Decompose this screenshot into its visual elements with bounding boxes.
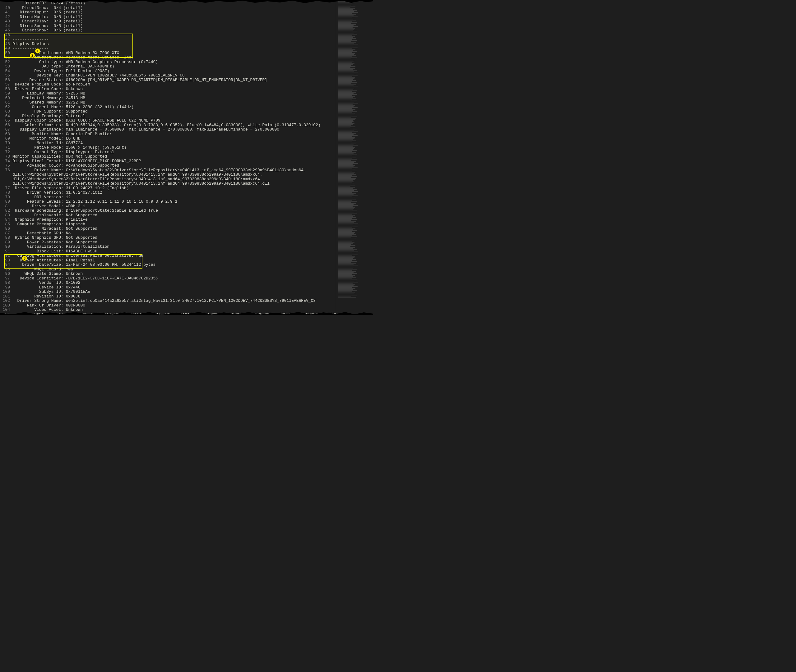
- minimap[interactable]: [336, 0, 373, 315]
- minimap-line: [338, 95, 352, 96]
- line-number: 47: [0, 37, 10, 42]
- minimap-line: [338, 158, 352, 159]
- minimap-line: [338, 127, 351, 128]
- line-number: 54: [0, 69, 10, 74]
- minimap-line: [338, 144, 356, 144]
- minimap-line: [338, 15, 354, 16]
- minimap-line: [338, 175, 352, 176]
- minimap-line: [338, 19, 354, 19]
- code-line: Manufacturer: Advanced Micro Devices, In…: [13, 55, 373, 60]
- minimap-line: [338, 38, 356, 39]
- minimap-line: [338, 152, 356, 153]
- code-line: Output Type: Displayport External: [13, 150, 373, 155]
- minimap-line: [338, 122, 352, 123]
- minimap-line: [338, 13, 352, 14]
- minimap-line: [338, 79, 353, 80]
- code-line: Block List: DISABLE_HWSCH: [13, 249, 373, 254]
- minimap-line: [338, 116, 352, 116]
- minimap-line: [338, 215, 355, 216]
- minimap-line: [338, 155, 352, 155]
- minimap-line: [338, 50, 353, 51]
- minimap-line: [338, 156, 355, 156]
- code-line: Display Devices: [13, 42, 373, 46]
- minimap-line: [338, 22, 357, 23]
- minimap-line: [338, 72, 358, 72]
- minimap-line: [338, 136, 352, 137]
- minimap-line: [338, 218, 352, 219]
- minimap-line: [338, 158, 356, 158]
- code-line: Driver Strong Name: oem25.inf:cb0ae414a2…: [13, 299, 373, 303]
- minimap-line: [338, 293, 354, 293]
- code-content[interactable]: Direct3D: 0/5/4 (retail) DirectDraw: 0/4…: [13, 1, 373, 315]
- minimap-line: [338, 102, 356, 102]
- minimap-line: [338, 274, 352, 275]
- code-line: Monitor Model: LG QHD: [13, 136, 373, 141]
- minimap-line: [338, 21, 356, 21]
- minimap-line: [338, 68, 355, 69]
- minimap-line: [338, 188, 353, 189]
- minimap-line: [338, 169, 356, 170]
- code-line: DirectDraw: 0/4 (retail): [13, 6, 373, 11]
- minimap-line: [338, 167, 357, 168]
- minimap-line: [338, 219, 357, 220]
- minimap-line: [338, 135, 357, 136]
- minimap-line: [338, 61, 353, 61]
- line-number: 68: [0, 132, 10, 137]
- minimap-line: [338, 227, 357, 227]
- code-line: Driver Model: WDDM 3.1: [13, 204, 373, 209]
- minimap-line: [338, 197, 355, 197]
- minimap-line: [338, 187, 355, 188]
- minimap-line: [338, 110, 353, 110]
- minimap-line: [338, 53, 355, 54]
- line-number: 89: [0, 240, 10, 245]
- minimap-line: [338, 67, 351, 68]
- code-line: Driver Attributes: Final Retail: [13, 258, 373, 263]
- line-number: 102: [0, 299, 10, 303]
- code-line: Display Pixel Format: DISPLAYCONFIG_PIXE…: [13, 159, 373, 164]
- minimap-line: [338, 294, 352, 295]
- minimap-line: [338, 131, 354, 131]
- minimap-line: [338, 54, 354, 55]
- minimap-line: [338, 121, 354, 122]
- minimap-line: [338, 84, 356, 85]
- minimap-line: [338, 242, 352, 242]
- minimap-line: [338, 291, 352, 291]
- minimap-line: [338, 227, 352, 228]
- minimap-line: [338, 258, 354, 258]
- minimap-line: [338, 133, 356, 134]
- code-line: Color Primaries: Red(0.652344,0.335938),…: [13, 123, 373, 128]
- minimap-line: [338, 270, 352, 271]
- minimap-line: [338, 176, 357, 177]
- minimap-line: [338, 43, 354, 43]
- line-number: 85: [0, 222, 10, 227]
- minimap-line: [338, 285, 355, 285]
- minimap-line: [338, 99, 352, 99]
- minimap-line: [338, 82, 357, 83]
- line-number: 84: [0, 218, 10, 222]
- minimap-line: [338, 106, 355, 106]
- minimap-line: [338, 250, 354, 251]
- minimap-line: [338, 179, 355, 180]
- minimap-line: [338, 154, 357, 155]
- line-number: 88: [0, 235, 10, 240]
- minimap-line: [338, 6, 356, 7]
- minimap-line: [338, 59, 356, 59]
- minimap-line: [338, 269, 357, 270]
- line-number: 73: [0, 155, 10, 159]
- minimap-line: [338, 204, 354, 205]
- code-line: Display Topology: Internal: [13, 114, 373, 119]
- minimap-line: [338, 254, 357, 255]
- line-number: 60: [0, 96, 10, 101]
- minimap-line: [338, 58, 351, 58]
- line-number: 98: [0, 281, 10, 285]
- minimap-line: [338, 267, 354, 268]
- minimap-line: [338, 163, 358, 164]
- minimap-line: [338, 30, 353, 30]
- minimap-line: [338, 247, 355, 248]
- minimap-line: [338, 183, 354, 183]
- minimap-line: [338, 60, 355, 60]
- minimap-line: [338, 48, 357, 48]
- minimap-line: [338, 192, 352, 193]
- minimap-line: [338, 78, 354, 79]
- code-line: Chip type: AMD Radeon Graphics Processor…: [13, 60, 373, 65]
